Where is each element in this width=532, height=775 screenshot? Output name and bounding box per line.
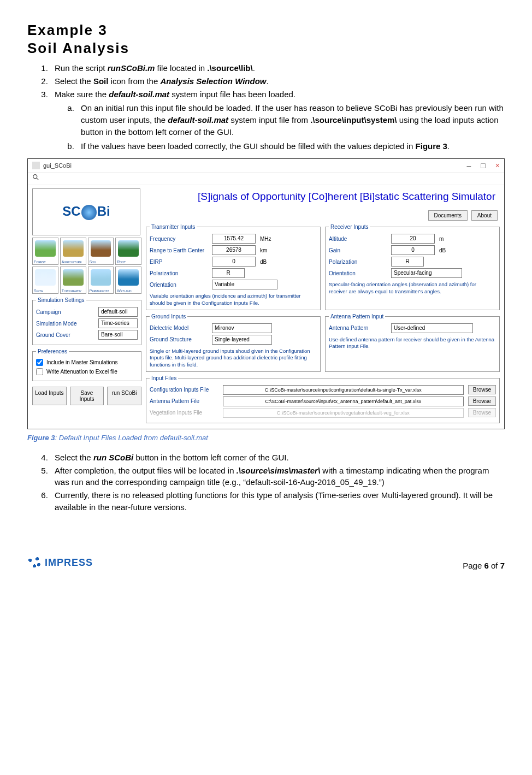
toolbar xyxy=(28,173,504,185)
list-item: On an initial run this input file should… xyxy=(76,102,505,138)
transmitter-inputs: Transmitter Inputs Frequency1575.42MHz R… xyxy=(146,224,321,310)
browse-vegetation-button: Browse xyxy=(468,408,496,417)
window-titlebar: gui_SCoBi – □ × xyxy=(28,159,504,173)
ground-structure-select[interactable]: Single-layered xyxy=(212,335,272,345)
instruction-list-continued: Select the run SCoBi button in the botto… xyxy=(27,452,505,513)
wetland-icon[interactable]: Wetland xyxy=(115,267,141,294)
window-title: gui_SCoBi xyxy=(43,162,467,169)
rx-note: Specular-facing orientation angles (obse… xyxy=(329,281,496,295)
list-item: Run the script runSCoBi.m file located i… xyxy=(50,62,505,74)
simulation-settings: Simulation Settings Campaigndefault-soil… xyxy=(32,297,141,345)
load-inputs-button[interactable]: Load Inputs xyxy=(32,387,67,405)
forest-icon[interactable]: Forest xyxy=(32,238,58,265)
scobi-logo: SCBi xyxy=(32,188,140,235)
config-file-input[interactable]: C:\SCoBi-master\source\input\configurati… xyxy=(223,385,464,395)
page-footer: IMPRESS Page 6 of 7 xyxy=(27,552,505,570)
list-item: After completion, the output files will … xyxy=(50,465,505,489)
minimize-icon[interactable]: – xyxy=(467,161,471,170)
receiver-inputs: Receiver Inputs Altitude20m Gain0dB Pola… xyxy=(325,224,500,310)
app-title: [S]ignals of Opportunity [Co]herent [Bi]… xyxy=(146,188,500,208)
ground-inputs: Ground Inputs Dielectric ModelMironov Gr… xyxy=(146,313,321,372)
gnd-note: Single or Multi-layered ground inputs sh… xyxy=(150,348,317,368)
example-heading: Example 3 xyxy=(27,22,505,39)
app-icon xyxy=(32,162,40,169)
zoom-icon[interactable] xyxy=(32,174,40,181)
rx-orientation-select[interactable]: Specular-facing xyxy=(391,268,462,278)
gain-input[interactable]: 0 xyxy=(391,245,435,255)
subheading: Soil Analysis xyxy=(27,40,505,57)
run-scobi-button[interactable]: run SCoBi xyxy=(107,387,141,405)
save-inputs-button[interactable]: Save Inputs xyxy=(70,387,104,405)
tx-note: Variable orientation angles (incidence a… xyxy=(150,293,317,306)
tx-orientation-select[interactable]: Variable xyxy=(212,280,277,289)
about-button[interactable]: About xyxy=(471,210,498,221)
topography-icon[interactable]: Topography xyxy=(60,267,86,294)
dielectric-select[interactable]: Mironov xyxy=(212,323,272,333)
figure-caption: Figure 3: Default Input Files Loaded fro… xyxy=(27,434,505,442)
documents-button[interactable]: Documents xyxy=(428,210,468,221)
browse-config-button[interactable]: Browse xyxy=(468,385,496,394)
svg-point-0 xyxy=(33,175,37,179)
input-files: Input Files Configuration Inputs FileC:\… xyxy=(146,375,500,423)
include-master-checkbox[interactable] xyxy=(36,359,43,366)
impress-logo-icon xyxy=(27,556,42,570)
list-item: Currently, there is no released plotting… xyxy=(50,489,505,513)
globe-icon xyxy=(81,205,97,220)
soil-icon[interactable]: Soil xyxy=(88,238,114,265)
impress-logo: IMPRESS xyxy=(27,556,93,570)
agriculture-icon[interactable]: Agriculture xyxy=(60,238,86,265)
antenna-pattern-select[interactable]: User-defined xyxy=(391,323,473,333)
svg-line-1 xyxy=(37,178,39,180)
range-input[interactable]: 26578 xyxy=(212,245,256,255)
antenna-pattern-input: Antenna Pattern Input Antenna PatternUse… xyxy=(325,313,500,372)
preferences: Preferences Include in Master Simulation… xyxy=(32,348,141,381)
list-item: Select the run SCoBi button in the botto… xyxy=(50,452,505,464)
permafrost-icon[interactable]: Permafrost xyxy=(88,267,114,294)
tx-polarization-select[interactable]: R xyxy=(212,268,245,278)
list-item: Make sure the default-soil.mat system in… xyxy=(50,88,505,152)
list-item: Select the Soil icon from the Analysis S… xyxy=(50,75,505,87)
antenna-file-input[interactable]: C:\SCoBi-master\source\input\Rx_antenna_… xyxy=(223,397,464,406)
browse-antenna-button[interactable]: Browse xyxy=(468,397,496,406)
root-icon[interactable]: Root xyxy=(115,238,141,265)
ground-cover-select[interactable]: Bare-soil xyxy=(98,330,138,340)
analysis-grid: Forest Agriculture Soil Root Snow Topogr… xyxy=(32,238,141,294)
maximize-icon[interactable]: □ xyxy=(481,161,485,170)
rx-polarization-select[interactable]: R xyxy=(391,257,424,267)
campaign-input[interactable]: default-soil xyxy=(98,307,138,317)
vegetation-file-input: C:\SCoBi-master\source\input\vegetation\… xyxy=(223,408,464,418)
snow-icon[interactable]: Snow xyxy=(32,267,58,294)
eirp-input[interactable]: 0 xyxy=(212,257,256,267)
instruction-list: Run the script runSCoBi.m file located i… xyxy=(27,62,505,152)
simulation-mode-select[interactable]: Time-series xyxy=(98,318,138,328)
altitude-input[interactable]: 20 xyxy=(391,234,435,244)
page-number: Page 6 of 7 xyxy=(463,561,505,570)
list-item: If the values have been loaded correctly… xyxy=(76,140,505,152)
ant-note: Use-defined antenna pattern for receiver… xyxy=(329,336,496,350)
figure-screenshot: gui_SCoBi – □ × SCBi Forest Agriculture … xyxy=(27,158,505,429)
close-icon[interactable]: × xyxy=(495,161,500,170)
write-attenuation-checkbox[interactable] xyxy=(36,368,43,375)
frequency-input[interactable]: 1575.42 xyxy=(212,234,256,244)
